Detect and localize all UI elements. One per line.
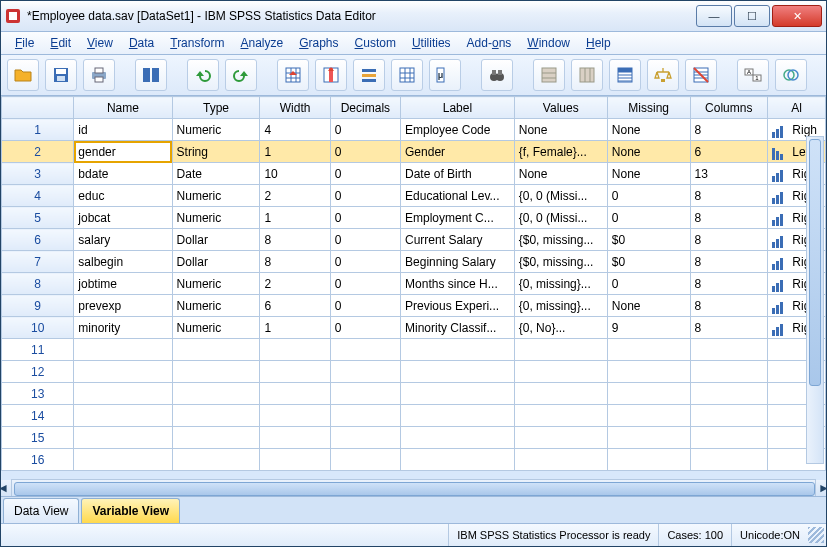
col-header[interactable]: Columns <box>690 97 768 119</box>
cell[interactable] <box>260 383 330 405</box>
cell[interactable]: 13 <box>690 163 768 185</box>
table-row-empty[interactable]: 16 <box>2 449 826 471</box>
menu-addons[interactable]: Add-ons <box>467 36 512 50</box>
cell[interactable]: 12 <box>2 361 74 383</box>
maximize-button[interactable]: ☐ <box>734 5 770 27</box>
cell[interactable] <box>172 361 260 383</box>
cell[interactable]: 0 <box>330 185 400 207</box>
cell[interactable]: educ <box>74 185 172 207</box>
col-header[interactable]: Values <box>514 97 607 119</box>
cell[interactable]: Beginning Salary <box>401 251 515 273</box>
cell[interactable] <box>330 383 400 405</box>
menu-file[interactable]: File <box>15 36 34 50</box>
cell[interactable] <box>514 427 607 449</box>
cell[interactable]: Months since H... <box>401 273 515 295</box>
cell[interactable]: {0, No}... <box>514 317 607 339</box>
cell[interactable]: {0, missing}... <box>514 295 607 317</box>
cell[interactable]: 6 <box>690 141 768 163</box>
cell[interactable]: 4 <box>260 119 330 141</box>
cell[interactable]: 0 <box>607 207 690 229</box>
insert-cases-button[interactable] <box>533 59 565 91</box>
cell[interactable] <box>401 427 515 449</box>
variable-grid[interactable]: NameTypeWidthDecimalsLabelValuesMissingC… <box>1 96 826 497</box>
cell[interactable]: 0 <box>330 163 400 185</box>
split-file-button[interactable] <box>609 59 641 91</box>
cell[interactable] <box>172 405 260 427</box>
cell[interactable] <box>514 339 607 361</box>
cell[interactable] <box>260 427 330 449</box>
cell[interactable]: $0 <box>607 251 690 273</box>
cell[interactable]: 8 <box>690 295 768 317</box>
cell[interactable] <box>74 449 172 471</box>
menu-custom[interactable]: Custom <box>355 36 396 50</box>
cell[interactable] <box>74 383 172 405</box>
cell[interactable]: 1 <box>260 141 330 163</box>
cell[interactable]: Employment C... <box>401 207 515 229</box>
cell[interactable]: Numeric <box>172 295 260 317</box>
table-row-empty[interactable]: 14 <box>2 405 826 427</box>
cell[interactable] <box>607 427 690 449</box>
col-header[interactable]: Type <box>172 97 260 119</box>
cell[interactable]: 0 <box>330 141 400 163</box>
cell[interactable] <box>401 361 515 383</box>
menu-window[interactable]: Window <box>527 36 570 50</box>
cell[interactable] <box>607 361 690 383</box>
goto-case-button[interactable] <box>277 59 309 91</box>
menu-transform[interactable]: Transform <box>170 36 224 50</box>
scroll-right-icon[interactable]: ► <box>815 480 826 496</box>
cell[interactable]: 5 <box>2 207 74 229</box>
cell[interactable] <box>690 361 768 383</box>
vertical-scrollbar[interactable] <box>806 136 824 464</box>
scroll-left-icon[interactable]: ◄ <box>1 480 12 496</box>
cell[interactable]: 8 <box>690 273 768 295</box>
menu-utilities[interactable]: Utilities <box>412 36 451 50</box>
cell[interactable]: Numeric <box>172 273 260 295</box>
cell[interactable]: bdate <box>74 163 172 185</box>
minimize-button[interactable]: — <box>696 5 732 27</box>
cell[interactable]: {$0, missing... <box>514 251 607 273</box>
menu-data[interactable]: Data <box>129 36 154 50</box>
table-row[interactable]: 3bdateDate100Date of BirthNoneNone13 Rig… <box>2 163 826 185</box>
cell[interactable]: 8 <box>690 317 768 339</box>
cell[interactable] <box>74 361 172 383</box>
cell[interactable]: 6 <box>260 295 330 317</box>
cell[interactable] <box>401 449 515 471</box>
table-row[interactable]: 6salaryDollar80Current Salary{$0, missin… <box>2 229 826 251</box>
cell[interactable]: 2 <box>260 273 330 295</box>
cell[interactable] <box>514 361 607 383</box>
cell[interactable] <box>260 339 330 361</box>
goto-variable-button[interactable] <box>315 59 347 91</box>
table-row-empty[interactable]: 15 <box>2 427 826 449</box>
cell[interactable]: None <box>607 141 690 163</box>
table-row[interactable]: 8jobtimeNumeric20Months since H...{0, mi… <box>2 273 826 295</box>
cell[interactable]: None <box>607 119 690 141</box>
table-row[interactable]: 2genderString10Gender{f, Female}...None6… <box>2 141 826 163</box>
cell[interactable]: 8 <box>690 119 768 141</box>
cell[interactable]: salbegin <box>74 251 172 273</box>
table-row[interactable]: 5jobcatNumeric10Employment C...{0, 0 (Mi… <box>2 207 826 229</box>
col-header[interactable]: Width <box>260 97 330 119</box>
cell[interactable]: 0 <box>330 317 400 339</box>
cell[interactable]: 2 <box>260 185 330 207</box>
resize-grip-icon[interactable] <box>808 527 824 543</box>
tab-data-view[interactable]: Data View <box>3 498 79 523</box>
cell[interactable]: String <box>172 141 260 163</box>
cell[interactable] <box>690 449 768 471</box>
cell[interactable]: 10 <box>2 317 74 339</box>
cell[interactable]: 15 <box>2 427 74 449</box>
cell[interactable]: 1 <box>260 207 330 229</box>
table-row-empty[interactable]: 12 <box>2 361 826 383</box>
cell[interactable]: Numeric <box>172 185 260 207</box>
cell[interactable]: 0 <box>330 119 400 141</box>
cell[interactable]: 4 <box>2 185 74 207</box>
col-header[interactable]: Al <box>768 97 826 119</box>
cell[interactable]: gender <box>74 141 172 163</box>
weight-cases-button[interactable] <box>647 59 679 91</box>
cell[interactable]: 0 <box>330 273 400 295</box>
cell[interactable] <box>607 449 690 471</box>
cell[interactable]: None <box>514 163 607 185</box>
cell[interactable]: 13 <box>2 383 74 405</box>
save-button[interactable] <box>45 59 77 91</box>
cell[interactable] <box>401 339 515 361</box>
col-header[interactable] <box>2 97 74 119</box>
